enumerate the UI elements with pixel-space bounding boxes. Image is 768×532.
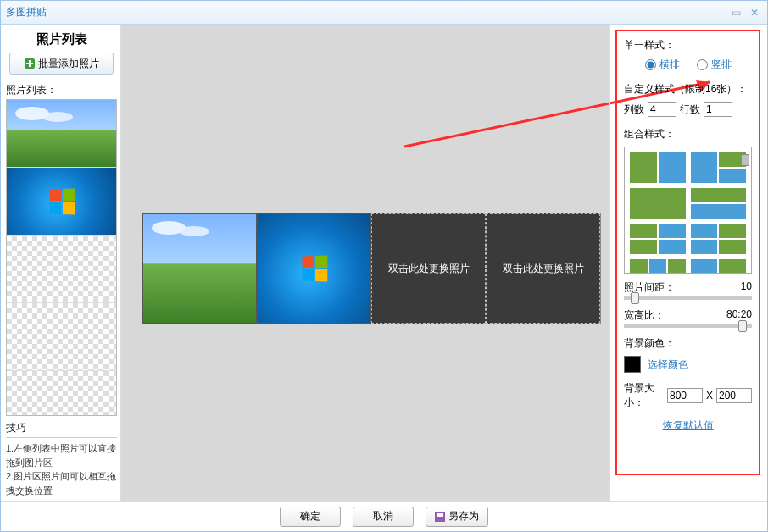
tips-box: 1.左侧列表中照片可以直接拖到图片区 2.图片区照片间可以相互拖拽交换位置 (6, 437, 117, 497)
titlebar: 多图拼贴 ▭ ✕ (1, 1, 767, 25)
spacing-row: 照片间距： 10 (624, 280, 752, 295)
right-highlight-box: 单一样式： 横排 竖排 自定义样式（限制16张）： 列数 行数 组合样式： (615, 30, 760, 475)
spacing-knob[interactable] (631, 292, 639, 304)
app-window: 多图拼贴 ▭ ✕ 照片列表 批量添加照片 照片列表： 技巧 1.左侧列表中照片可… (0, 0, 768, 532)
ratio-knob[interactable] (738, 320, 747, 332)
template-grid[interactable] (624, 147, 752, 274)
slot-1[interactable] (142, 213, 257, 324)
combo-style-label: 组合样式： (624, 127, 752, 141)
cols-input[interactable] (648, 102, 676, 117)
thumb-empty-1[interactable] (7, 236, 116, 303)
tpl-4[interactable] (691, 188, 747, 219)
window-title: 多图拼贴 (6, 5, 725, 19)
bottom-bar: 确定 取消 另存为 (1, 501, 767, 531)
tpl-5[interactable] (630, 224, 686, 254)
minimize-icon[interactable]: ▭ (728, 6, 743, 19)
tpl-1[interactable] (630, 152, 686, 183)
thumb-empty-3[interactable] (7, 371, 116, 416)
collage-strip: 双击此处更换照片 双击此处更换照片 (142, 213, 601, 324)
plus-icon (25, 58, 35, 69)
tips-label: 技巧 (6, 421, 117, 435)
ratio-row: 宽高比： 80:20 (624, 308, 752, 323)
radio-h-input[interactable] (645, 59, 656, 70)
ok-button[interactable]: 确定 (280, 507, 341, 527)
canvas-area: 双击此处更换照片 双击此处更换照片 (121, 25, 609, 501)
tpl-8[interactable] (691, 259, 747, 274)
body: 照片列表 批量添加照片 照片列表： 技巧 1.左侧列表中照片可以直接拖到图片区 … (1, 25, 767, 501)
tpl-7[interactable] (630, 259, 686, 274)
save-icon (435, 512, 445, 522)
bg-height-input[interactable] (716, 388, 752, 403)
bg-size-row: 背景大小： X (624, 381, 752, 410)
close-icon[interactable]: ✕ (747, 6, 762, 19)
choose-color-link[interactable]: 选择颜色 (648, 357, 688, 372)
custom-style-label: 自定义样式（限制16张）： (624, 82, 752, 97)
photo-list[interactable] (6, 99, 117, 416)
bg-color-row: 选择颜色 (624, 356, 752, 373)
left-heading: 照片列表 (6, 28, 117, 53)
thumb-bliss[interactable] (7, 100, 116, 168)
tpl-3[interactable] (630, 188, 686, 219)
radio-v-input[interactable] (697, 59, 708, 70)
rows-label: 行数 (680, 103, 700, 117)
rows-input[interactable] (704, 102, 732, 117)
slot-2[interactable] (257, 213, 371, 324)
tpl-2[interactable] (691, 152, 747, 183)
tpl-6[interactable] (691, 224, 747, 254)
ratio-label: 宽高比： (624, 308, 665, 323)
tip-1: 1.左侧列表中照片可以直接拖到图片区 (6, 441, 117, 469)
radio-vertical[interactable]: 竖排 (697, 58, 732, 72)
cols-label: 列数 (624, 103, 644, 117)
bg-x-label: X (706, 390, 713, 402)
bg-width-input[interactable] (667, 388, 703, 403)
slot-3[interactable]: 双击此处更换照片 (371, 213, 486, 324)
restore-row: 恢复默认值 (624, 417, 752, 433)
cancel-button[interactable]: 取消 (353, 507, 414, 527)
restore-defaults-link[interactable]: 恢复默认值 (663, 419, 714, 431)
saveas-button[interactable]: 另存为 (426, 507, 488, 527)
thumb-win7[interactable] (7, 168, 116, 236)
thumb-empty-2[interactable] (7, 303, 116, 371)
add-photos-label: 批量添加照片 (38, 57, 99, 71)
slot-4[interactable]: 双击此处更换照片 (486, 213, 600, 324)
spacing-value: 10 (741, 280, 752, 295)
left-panel: 照片列表 批量添加照片 照片列表： 技巧 1.左侧列表中照片可以直接拖到图片区 … (1, 25, 121, 501)
list-label: 照片列表： (6, 83, 117, 97)
single-style-label: 单一样式： (624, 38, 752, 53)
spacing-slider[interactable] (624, 296, 752, 300)
grid-size-row: 列数 行数 (624, 102, 752, 117)
tip-2: 2.图片区照片间可以相互拖拽交换位置 (6, 469, 117, 497)
right-panel: 单一样式： 横排 竖排 自定义样式（限制16张）： 列数 行数 组合样式： (609, 25, 767, 501)
orientation-radios: 横排 竖排 (624, 58, 752, 72)
radio-horizontal[interactable]: 横排 (645, 58, 680, 72)
bg-size-label: 背景大小： (624, 381, 664, 410)
template-scrollbar[interactable] (741, 154, 749, 166)
ratio-slider[interactable] (624, 324, 752, 328)
bg-color-label: 背景颜色： (624, 336, 752, 351)
bg-color-swatch[interactable] (624, 356, 641, 373)
add-photos-button[interactable]: 批量添加照片 (9, 53, 114, 75)
